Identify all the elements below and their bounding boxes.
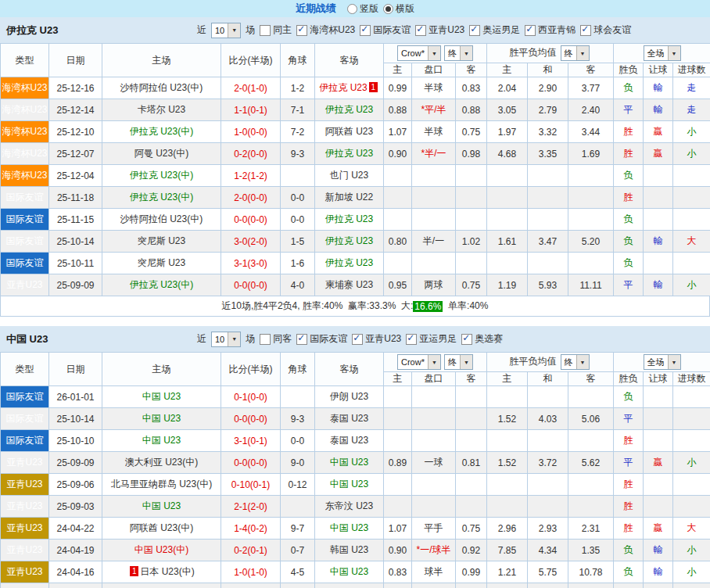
team-name[interactable]: 伊拉克 U23 xyxy=(325,104,373,115)
team-name[interactable]: 伊拉克 U23(中) xyxy=(130,192,193,203)
team-name[interactable]: 韩国 U23 xyxy=(330,544,368,555)
score-text[interactable]: 0-2(0-1) xyxy=(234,545,267,556)
team-name[interactable]: 中国 U23 xyxy=(142,435,181,446)
filter-checkbox[interactable]: 亚青U23 xyxy=(415,23,464,37)
filter-checkbox[interactable]: 海湾杯U23 xyxy=(296,23,355,37)
filter-checkbox[interactable]: 西亚青锦 xyxy=(525,23,576,37)
team-name[interactable]: 沙特阿拉伯 U23(中) xyxy=(120,213,203,224)
team-name[interactable]: 中国 U23 xyxy=(142,413,181,424)
team-name[interactable]: 伊拉克 U23 xyxy=(325,148,373,159)
scope-select[interactable]: 全场▼ xyxy=(644,354,681,370)
score-text[interactable]: 3-1(0-1) xyxy=(234,436,267,446)
handicap-result-cell xyxy=(644,386,673,408)
odds-away-cell xyxy=(456,209,487,231)
filter-checkbox[interactable]: 国际友谊 xyxy=(360,23,411,37)
team-name[interactable]: 伊朗 U23 xyxy=(330,391,368,402)
odds-time-select[interactable]: 终▼ xyxy=(444,354,473,370)
score-text[interactable]: 0-0(0-0) xyxy=(234,414,267,425)
score-text[interactable]: 1-4(0-2) xyxy=(234,523,267,534)
team-name[interactable]: 泰国 U23 xyxy=(330,435,368,446)
recent-count-select[interactable]: 10▼ xyxy=(211,332,241,347)
checkbox-label: 亚青U23 xyxy=(365,332,401,346)
team-name[interactable]: 中国 U23 xyxy=(330,479,368,489)
score-cell: 3-1(0-1) xyxy=(221,430,281,452)
filter-checkbox[interactable]: 奥运男足 xyxy=(469,23,520,37)
layout-radio-vertical[interactable]: 竖版 xyxy=(347,2,378,16)
team-name[interactable]: 伊拉克 U23 xyxy=(325,257,373,268)
result-cell: 负 xyxy=(614,386,644,408)
filter-checkbox[interactable]: 亚青U23 xyxy=(352,332,401,346)
team-name[interactable]: 中国 U23 xyxy=(330,522,368,533)
team-name[interactable]: 伊拉克 U23 xyxy=(325,235,373,246)
team-name[interactable]: 伊拉克 U23(中) xyxy=(130,279,193,290)
team-name[interactable]: 中国 U23 xyxy=(330,457,368,468)
result-cell: 平 xyxy=(614,452,644,474)
score-text[interactable]: 0-0(0-0) xyxy=(234,214,267,225)
team-name[interactable]: 也门 U23 xyxy=(330,170,368,181)
team-name[interactable]: 澳大利亚 U23(中) xyxy=(125,457,198,468)
score-text[interactable]: 0-10(0-1) xyxy=(231,479,270,490)
team-name[interactable]: 新加坡 U22 xyxy=(325,192,373,203)
team-name[interactable]: 沙特阿拉伯 U23(中) xyxy=(120,82,203,93)
team-name[interactable]: 北马里亚纳群岛 U23(中) xyxy=(111,479,212,489)
score-text[interactable]: 0-2(0-0) xyxy=(234,149,267,160)
avg-away-cell xyxy=(568,430,614,452)
odds-time-select[interactable]: 终▼ xyxy=(444,45,473,61)
team-name[interactable]: 中国 U23 xyxy=(142,391,181,402)
team-name[interactable]: 阿曼 U23(中) xyxy=(134,148,188,159)
corner-cell: 0-0 xyxy=(281,187,315,209)
avg-home-cell xyxy=(487,474,528,496)
team-name[interactable]: 伊拉克 U23(中) xyxy=(130,126,193,137)
score-text[interactable]: 2-1(2-0) xyxy=(234,501,267,512)
team-name[interactable]: 卡塔尔 U23 xyxy=(138,104,185,115)
score-text[interactable]: 1-1(0-1) xyxy=(234,105,267,116)
filter-checkbox[interactable]: 奥选赛 xyxy=(461,332,503,346)
team-name[interactable]: 突尼斯 U23 xyxy=(138,235,185,246)
filter-checkbox[interactable]: 球会友谊 xyxy=(580,23,631,37)
score-text[interactable]: 0-0(0-0) xyxy=(234,280,267,291)
filter-checkbox[interactable]: 亚运男足 xyxy=(406,332,457,346)
same-venue-checkbox[interactable]: 同主 xyxy=(260,23,292,37)
score-cell: 1-2(1-2) xyxy=(221,165,281,187)
layout-radio-horizontal[interactable]: 横版 xyxy=(383,2,414,16)
team-name[interactable]: 中国 U23 xyxy=(330,566,368,577)
team-name[interactable]: 阿联酋 U23(中) xyxy=(130,522,193,533)
home-team-cell: 北马里亚纳群岛 U23(中) xyxy=(102,474,221,496)
team-name[interactable]: 东帝汶 U23 xyxy=(325,500,373,511)
odds-company-select[interactable]: Crow*▼ xyxy=(397,45,441,61)
team-name[interactable]: 伊拉克 U23(中) xyxy=(130,170,193,181)
odds-company-select[interactable]: Crow*▼ xyxy=(397,354,441,370)
team-name[interactable]: 伊拉克 U23 xyxy=(325,213,373,224)
score-text[interactable]: 3-1(3-0) xyxy=(234,258,267,269)
score-text[interactable]: 2-0(1-0) xyxy=(234,83,267,94)
checkbox-label: 国际友谊 xyxy=(310,332,347,346)
checkbox-label: 亚青U23 xyxy=(429,23,464,37)
team-name[interactable]: 伊拉克 U23 xyxy=(319,82,367,93)
score-text[interactable]: 1-0(0-0) xyxy=(234,127,267,138)
avg-time-select[interactable]: 终▼ xyxy=(561,354,590,370)
corner-cell xyxy=(281,165,315,187)
score-text[interactable]: 0-1(0-0) xyxy=(234,392,267,403)
filter-checkbox[interactable]: 国际友谊 xyxy=(296,332,347,346)
score-text[interactable]: 1-2(1-2) xyxy=(234,170,267,181)
scope-select[interactable]: 全场▼ xyxy=(644,45,681,61)
match-row: 国际友谊25-10-14突尼斯 U233-0(2-0)1-5伊拉克 U230.8… xyxy=(1,231,710,253)
score-text[interactable]: 2-0(0-0) xyxy=(234,192,267,203)
score-text[interactable]: 3-0(2-0) xyxy=(234,236,267,247)
score-text[interactable]: 1-0(1-0) xyxy=(234,567,267,578)
sub-header: 胜负 xyxy=(614,63,644,77)
recent-count-select[interactable]: 10▼ xyxy=(211,23,241,38)
avg-time-select[interactable]: 终▼ xyxy=(561,45,590,61)
team-name[interactable]: 泰国 U23 xyxy=(330,413,368,424)
chevron-down-icon: ▼ xyxy=(228,23,240,38)
score-text[interactable]: 0-0(0-0) xyxy=(234,457,267,468)
checkbox-label: 球会友谊 xyxy=(593,23,631,37)
team-name[interactable]: 阿联酋 U23 xyxy=(325,126,373,137)
same-venue-checkbox[interactable]: 同客 xyxy=(260,332,292,346)
team-name[interactable]: 日本 U23(中) xyxy=(140,566,194,577)
team-name[interactable]: 突尼斯 U23 xyxy=(138,257,185,268)
date-cell: 25-10-10 xyxy=(49,430,102,452)
team-name[interactable]: 中国 U23(中) xyxy=(134,544,188,555)
team-name[interactable]: 中国 U23 xyxy=(142,500,181,511)
team-name[interactable]: 柬埔寨 U23 xyxy=(325,279,373,290)
